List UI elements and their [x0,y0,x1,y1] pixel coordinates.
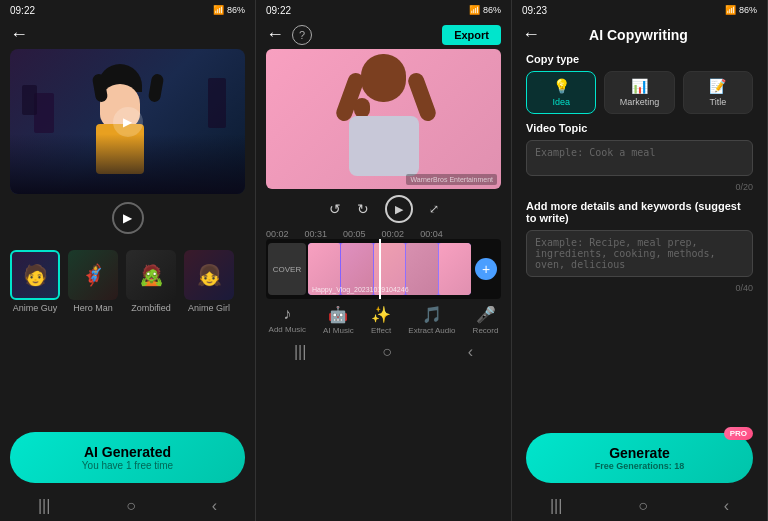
thumb-item-1[interactable]: 🦸 Hero Man [68,250,118,313]
cta-title: AI Generated [22,444,233,460]
signal-icon: 📶 [213,5,224,15]
city-bg [10,134,245,194]
generate-button[interactable]: Generate Free Generations: 18 [526,433,753,483]
nav-bar-2: ||| ○ ‹ [256,337,511,367]
nav-menu-1[interactable]: ||| [38,497,50,515]
tool-label-2: Effect [371,326,391,335]
nav-back-2[interactable]: ‹ [468,343,473,361]
timecode-4: 00:04 [420,229,443,239]
watermark: WarnerBros Entertainment [406,174,497,185]
back-button-1[interactable]: ← [10,24,28,45]
thumb-item-3[interactable]: 👧 Anime Girl [184,250,234,313]
tool-label-3: Extract Audio [408,326,455,335]
ai-music-icon: 🤖 [328,305,348,324]
pro-badge: PRO [724,427,753,440]
redo-button[interactable]: ↻ [357,201,369,217]
tool-label-0: Add Music [269,325,306,334]
timecode-1: 00:31 [305,229,328,239]
thumb-face-3: 👧 [184,250,234,300]
marketing-label: Marketing [620,97,660,107]
title-label: Title [709,97,726,107]
play-button-1[interactable]: ▶ [112,202,144,234]
export-button[interactable]: Export [442,25,501,45]
tool-label-4: Record [473,326,499,335]
p1-header: ← [0,20,255,49]
status-bar-3: 09:23 📶 86% [512,0,767,20]
battery-1: 86% [227,5,245,15]
play-button-2[interactable]: ▶ [385,195,413,223]
add-clip-button[interactable]: + [475,258,497,280]
video-topic-input[interactable] [526,140,753,176]
generate-subtitle: Free Generations: 18 [595,461,685,471]
building2 [22,85,37,115]
idea-icon: 💡 [553,78,570,94]
video-topic-section: Video Topic 0/20 [512,118,767,196]
thumb-img-0: 🧑 [10,250,60,300]
panel-ai-filter: 09:22 📶 86% ← ▶ ▶ [0,0,256,521]
play-overlay[interactable]: ▶ [113,107,143,137]
thumb-img-1: 🦸 [68,250,118,300]
add-music-icon: ♪ [283,305,291,323]
thumb-face-0: 🧑 [12,252,58,298]
status-bar-2: 09:22 📶 86% [256,0,511,20]
video-topic-label: Video Topic [526,122,753,134]
nav-home-2[interactable]: ○ [382,343,392,361]
copy-type-title[interactable]: 📝 Title [683,71,753,114]
thumb-label-0: Anime Guy [10,303,60,313]
copy-type-section: Copy type 💡 Idea 📊 Marketing 📝 Title [512,49,767,118]
undo-button[interactable]: ↺ [329,201,341,217]
signal-icon-3: 📶 [725,5,736,15]
timecode-0: 00:02 [266,229,289,239]
p2-timeline[interactable]: COVER Happy_Vlog_20231019104246 + [266,239,501,299]
timecode-2: 00:05 [343,229,366,239]
time-3: 09:23 [522,5,547,16]
frame-4 [406,243,438,295]
page-title: AI Copywriting [540,27,737,43]
ai-generated-button[interactable]: AI Generated You have 1 free time [10,432,245,483]
time-2: 09:22 [266,5,291,16]
nav-home-3[interactable]: ○ [638,497,648,515]
copy-type-idea[interactable]: 💡 Idea [526,71,596,114]
thumb-img-3: 👧 [184,250,234,300]
nav-menu-3[interactable]: ||| [550,497,562,515]
thumb-face-2: 🧟 [126,250,176,300]
thumb-item-2[interactable]: 🧟 Zombified [126,250,176,313]
nav-back-3[interactable]: ‹ [724,497,729,515]
status-icons-1: 📶 86% [213,5,245,15]
cta-subtitle: You have 1 free time [22,460,233,471]
tool-effect[interactable]: ✨ Effect [371,305,391,335]
back-button-3[interactable]: ← [522,24,540,45]
nav-home-1[interactable]: ○ [126,497,136,515]
help-button[interactable]: ? [292,25,312,45]
nav-bar-3: ||| ○ ‹ [512,491,767,521]
tool-record[interactable]: 🎤 Record [473,305,499,335]
panel-video-editor: 09:22 📶 86% ← ? Export WarnerBros Entert… [256,0,512,521]
main-clip[interactable]: Happy_Vlog_20231019104246 [308,243,471,295]
video-topic-char-count: 0/20 [526,182,753,192]
p1-preview: ▶ [10,49,245,194]
details-char-count: 0/40 [526,283,753,293]
thumb-item-0[interactable]: 🧑 Anime Guy [10,250,60,313]
copy-type-marketing[interactable]: 📊 Marketing [604,71,674,114]
details-input[interactable] [526,230,753,277]
spacer-3 [512,297,767,433]
expand-button[interactable]: ⤢ [429,202,439,216]
back-button-2[interactable]: ← [266,24,284,45]
signal-icon-2: 📶 [469,5,480,15]
nav-menu-2[interactable]: ||| [294,343,306,361]
char-hair-side-r [147,73,164,103]
marketing-icon: 📊 [631,78,648,94]
tool-add-music[interactable]: ♪ Add Music [269,305,306,335]
tool-label-1: AI Music [323,326,354,335]
tool-ai-music[interactable]: 🤖 AI Music [323,305,354,335]
generate-label: Generate [609,445,670,461]
p2-head [361,54,406,102]
battery-3: 86% [739,5,757,15]
thumb-label-2: Zombified [126,303,176,313]
p2-header: ← ? Export [256,20,511,49]
p2-controls: ↺ ↻ ▶ ⤢ [256,189,511,229]
nav-back-1[interactable]: ‹ [212,497,217,515]
panel-ai-copywriting: 09:23 📶 86% ← AI Copywriting Copy type 💡… [512,0,768,521]
p3-header: ← AI Copywriting [512,20,767,49]
tool-extract-audio[interactable]: 🎵 Extract Audio [408,305,455,335]
